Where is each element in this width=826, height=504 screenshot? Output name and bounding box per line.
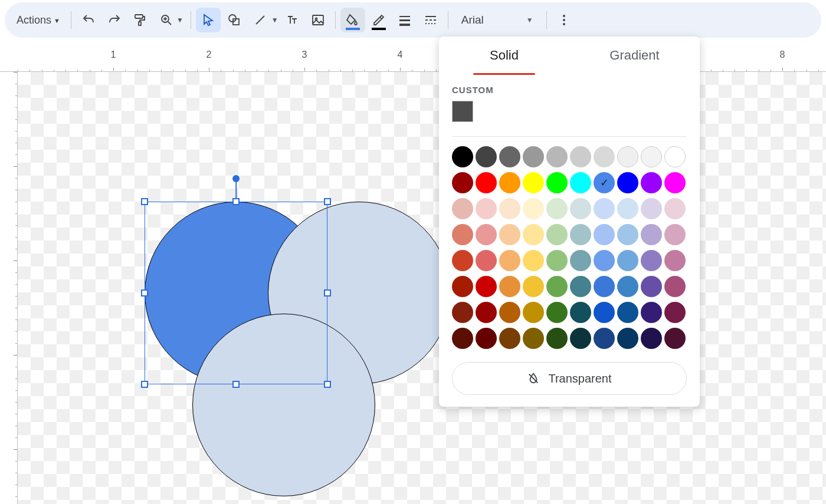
color-swatch[interactable] [499,146,520,167]
color-swatch[interactable] [641,276,662,297]
fill-tab-gradient[interactable]: Gradient [569,37,700,74]
color-swatch[interactable] [546,172,568,193]
color-swatch[interactable] [523,328,544,349]
color-swatch[interactable] [641,250,662,271]
color-swatch[interactable] [664,172,686,193]
color-swatch[interactable] [499,172,520,193]
color-swatch[interactable] [452,224,473,245]
redo-button[interactable] [102,8,127,32]
border-color-button[interactable] [366,8,391,32]
color-swatch[interactable] [523,224,544,245]
fill-color-button[interactable] [340,8,365,32]
color-swatch[interactable] [499,328,520,349]
color-swatch[interactable] [617,146,638,167]
color-swatch[interactable] [664,250,686,271]
color-swatch[interactable] [546,198,568,219]
color-swatch[interactable] [476,250,497,271]
color-swatch[interactable] [664,198,686,219]
color-swatch[interactable] [617,328,638,349]
fill-tab-solid[interactable]: Solid [439,37,569,74]
color-swatch[interactable] [523,302,544,323]
line-tool-button[interactable] [248,8,273,32]
color-swatch[interactable] [546,302,568,323]
color-swatch[interactable] [570,146,591,167]
color-swatch[interactable] [617,276,638,297]
color-swatch[interactable] [452,276,473,297]
color-swatch[interactable]: ✓ [594,172,615,193]
paint-format-button[interactable] [128,8,153,32]
color-swatch[interactable] [594,276,615,297]
more-options-button[interactable] [552,8,576,32]
color-swatch[interactable] [452,302,473,323]
color-swatch[interactable] [523,276,544,297]
color-swatch[interactable] [594,198,615,219]
transparent-button[interactable]: Transparent [452,362,687,395]
color-swatch[interactable] [617,224,638,245]
color-swatch[interactable] [641,146,662,167]
color-swatch[interactable] [641,172,662,193]
color-swatch[interactable] [452,250,473,271]
color-swatch[interactable] [570,224,591,245]
color-swatch[interactable] [641,224,662,245]
color-swatch[interactable] [523,172,544,193]
custom-color-swatch[interactable] [452,101,473,122]
color-swatch[interactable] [664,224,686,245]
color-swatch[interactable] [594,250,615,271]
color-swatch[interactable] [452,328,473,349]
color-swatch[interactable] [476,172,497,193]
color-swatch[interactable] [499,250,520,271]
color-swatch[interactable] [452,198,473,219]
color-swatch[interactable] [617,172,638,193]
color-swatch[interactable] [570,172,591,193]
undo-button[interactable] [76,8,101,32]
color-swatch[interactable] [641,328,662,349]
shape-circle[interactable] [192,314,375,496]
actions-menu-button[interactable]: Actions ▼ [11,8,66,32]
color-swatch[interactable] [523,198,544,219]
color-swatch[interactable] [664,146,686,167]
color-swatch[interactable] [476,328,497,349]
color-swatch[interactable] [546,250,568,271]
color-swatch[interactable] [499,198,520,219]
color-swatch[interactable] [617,250,638,271]
color-swatch[interactable] [594,146,615,167]
color-swatch[interactable] [476,146,497,167]
color-swatch[interactable] [664,276,686,297]
color-swatch[interactable] [546,328,568,349]
resize-handle[interactable] [324,198,331,205]
color-swatch[interactable] [476,198,497,219]
color-swatch[interactable] [594,302,615,323]
text-tool-button[interactable] [280,8,304,32]
color-swatch[interactable] [664,328,686,349]
zoom-button[interactable] [154,8,179,32]
resize-handle[interactable] [141,198,148,205]
color-swatch[interactable] [499,276,520,297]
color-swatch[interactable] [546,276,568,297]
color-swatch[interactable] [499,224,520,245]
color-swatch[interactable] [617,198,638,219]
color-swatch[interactable] [641,302,662,323]
color-swatch[interactable] [452,172,473,193]
color-swatch[interactable] [570,328,591,349]
shape-tool-button[interactable] [222,8,247,32]
font-select[interactable]: Arial ▼ [453,8,542,32]
color-swatch[interactable] [570,198,591,219]
color-swatch[interactable] [476,302,497,323]
color-swatch[interactable] [499,302,520,323]
color-swatch[interactable] [641,198,662,219]
border-dash-button[interactable] [418,8,443,32]
color-swatch[interactable] [476,224,497,245]
image-tool-button[interactable] [306,8,330,32]
resize-handle[interactable] [141,381,148,388]
color-swatch[interactable] [570,250,591,271]
color-swatch[interactable] [594,224,615,245]
rotate-handle[interactable] [232,175,240,182]
color-swatch[interactable] [476,276,497,297]
color-swatch[interactable] [523,146,544,167]
color-swatch[interactable] [570,302,591,323]
color-swatch[interactable] [594,328,615,349]
color-swatch[interactable] [617,302,638,323]
color-swatch[interactable] [546,224,568,245]
color-swatch[interactable] [452,146,473,167]
border-weight-button[interactable] [392,8,417,32]
